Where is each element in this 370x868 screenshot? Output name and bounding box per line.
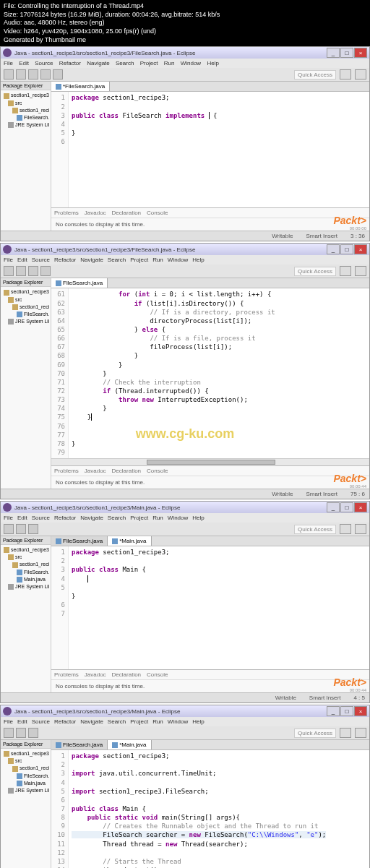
tree-jre[interactable]: JRE System Library [Java] [2, 121, 49, 129]
eclipse-window-4: Java - section1_recipe3/src/section1_rec… [0, 705, 370, 868]
menu-refactor[interactable]: Refactor [59, 60, 81, 66]
perspective-button[interactable] [340, 69, 351, 80]
size-line: Size: 17076124 bytes (16.29 MiB), durati… [4, 11, 366, 20]
java-file-icon [56, 84, 61, 90]
folder-icon [8, 100, 14, 106]
statusbar: Writable Smart Insert 3 : 36 [1, 231, 369, 241]
menu-navigate[interactable]: Navigate [87, 60, 110, 66]
eclipse-window-3: Java - section1_recipe3/src/section1_rec… [0, 501, 370, 703]
file-line: File: Controlling the Interruption of a … [4, 2, 366, 11]
tree-src[interactable]: src [2, 100, 49, 107]
menu-help[interactable]: Help [207, 60, 218, 66]
eclipse-window-1: Java - section1_recipe3/src/section1_rec… [0, 46, 370, 241]
editor-tab[interactable]: FileSearch.java [51, 536, 108, 546]
menu-source[interactable]: Source [35, 60, 53, 66]
sidebar-title: Package Explorer [3, 83, 48, 88]
window-title: Java - section1_recipe3/src/section1_rec… [14, 50, 327, 56]
toolbar: Quick Access [1, 265, 369, 278]
tree-package[interactable]: section1_recipe3 [2, 107, 49, 114]
perspective-button[interactable] [355, 69, 366, 80]
maximize-button[interactable]: □ [340, 244, 353, 254]
menu-run[interactable]: Run [164, 60, 175, 66]
gen-line: Generated by Thumbnail me [4, 36, 366, 45]
console-panel: Problems Javadoc Declaration Console No … [51, 207, 369, 231]
code-editor[interactable]: 123456 package section1_recipe3; public … [51, 92, 369, 207]
toolbar-icon[interactable] [4, 69, 14, 80]
status-insert: Smart Insert [306, 233, 337, 239]
site-watermark: www.cg-ku.com [136, 426, 234, 442]
media-info-header: File: Controlling the Interruption of a … [0, 0, 370, 46]
titlebar: Java - section1_recipe3/src/section1_rec… [1, 244, 369, 255]
status-writable: Writable [272, 233, 293, 239]
tab-problems[interactable]: Problems [54, 210, 79, 216]
tab-declaration[interactable]: Declaration [112, 210, 141, 216]
menu-window[interactable]: Window [181, 60, 201, 66]
code-body[interactable]: package section1_recipe3; public class F… [69, 92, 369, 207]
tab-console[interactable]: Console [147, 210, 168, 216]
toolbar-icon[interactable] [16, 69, 26, 80]
toolbar-icon[interactable] [53, 69, 63, 80]
project-icon [4, 93, 9, 99]
console-message: No consoles to display at this time. [51, 218, 369, 231]
eclipse-icon [3, 245, 12, 254]
editor-area: *FileSearch.java 123456 package section1… [51, 82, 369, 231]
status-position: 3 : 36 [350, 233, 365, 239]
toolbar: Quick Access [1, 68, 369, 82]
quick-access[interactable]: Quick Access [294, 70, 336, 80]
titlebar: Java - section1_recipe3/src/section1_rec… [1, 47, 369, 59]
close-button[interactable]: × [354, 244, 367, 254]
code-editor[interactable]: 123456789101112131415161718 package sect… [51, 750, 369, 868]
tab-javadoc[interactable]: Javadoc [85, 210, 106, 216]
java-file-icon [17, 115, 22, 121]
toolbar-icon[interactable] [40, 69, 51, 80]
eclipse-window-2: www.cg-ku.com Java - section1_recipe3/sr… [0, 243, 370, 499]
audio-line: Audio: aac, 48000 Hz, stereo (eng) [4, 19, 366, 27]
maximize-button[interactable]: □ [340, 48, 353, 58]
menu-edit[interactable]: Edit [19, 60, 29, 66]
minimize-button[interactable]: _ [327, 48, 340, 58]
editor-tab[interactable]: *FileSearch.java [51, 82, 110, 91]
eclipse-icon [3, 48, 12, 57]
package-icon [12, 108, 18, 113]
line-gutter: 123456 [51, 92, 69, 207]
package-explorer: Package Explorer section1_recipe3 src se… [1, 82, 51, 231]
tree-project[interactable]: section1_recipe3 [2, 92, 49, 99]
menu-search[interactable]: Search [116, 60, 134, 66]
package-explorer: Package Explorer section1_recipe3 src se… [1, 278, 51, 489]
toolbar-icon[interactable] [28, 69, 38, 80]
code-editor[interactable]: 1234567 package section1_recipe3; public… [51, 546, 369, 669]
video-line: Video: h264, yuv420p, 1904x1080, 25.00 f… [4, 27, 366, 36]
menubar: File Edit Source Refactor Navigate Searc… [1, 59, 369, 68]
packt-watermark: Packt>00:00:00 [333, 215, 366, 231]
menubar: FileEditSourceRefactorNavigateSearchProj… [1, 255, 369, 265]
library-icon [8, 122, 14, 128]
horizontal-scrollbar[interactable] [51, 458, 369, 465]
editor-tab[interactable]: *Main.java [108, 536, 151, 546]
close-button[interactable]: × [354, 48, 367, 58]
tree-file[interactable]: FileSearch.java [2, 114, 49, 121]
minimize-button[interactable]: _ [327, 244, 340, 254]
menu-project[interactable]: Project [140, 60, 158, 66]
menu-file[interactable]: File [4, 60, 13, 66]
window-title: Java - section1_recipe3/src/section1_rec… [14, 246, 327, 253]
